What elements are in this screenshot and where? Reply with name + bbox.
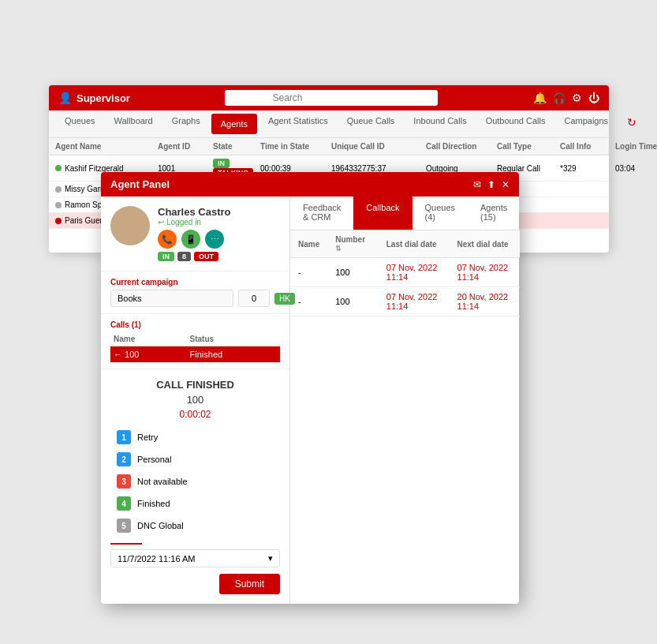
count-badge: 8 xyxy=(177,252,191,261)
agent-id: 1001 xyxy=(158,164,213,173)
tab-wallboard[interactable]: Wallboard xyxy=(105,110,162,137)
headset-icon[interactable]: 🎧 xyxy=(553,92,566,104)
cb-next-dial: 20 Nov, 2022 11:14 xyxy=(450,287,521,316)
tab-callback[interactable]: Callback xyxy=(353,197,412,230)
campaign-input[interactable] xyxy=(110,290,233,307)
status-badges: IN 8 OUT xyxy=(158,252,230,261)
agent-panel: Agent Panel ✉ ⬆ ✕ Charles Castro xyxy=(101,172,519,604)
disposition-item-1[interactable]: 1 Retry xyxy=(110,426,280,448)
disp-label-5: DNC Global xyxy=(137,521,184,530)
svg-point-1 xyxy=(120,229,140,242)
col-login-time: Login Time xyxy=(615,142,657,151)
cb-number: 100 xyxy=(327,287,379,316)
agents-table-header: Agent Name Agent ID State Time in State … xyxy=(49,138,609,155)
disp-num-5: 5 xyxy=(117,519,131,533)
col-call-id: Unique Call ID xyxy=(331,142,426,151)
tab-feedback-crm[interactable]: Feedback & CRM xyxy=(290,197,353,230)
disposition-item-3[interactable]: 3 Not available xyxy=(110,470,280,492)
call-number: 100 xyxy=(110,394,280,406)
calls-table: Name Status ← 100 Finished xyxy=(110,332,280,362)
date-selector[interactable]: 11/7/2022 11:16 AM ▾ xyxy=(110,549,280,567)
calls-section: Calls (1) Name Status ← 100 Finished xyxy=(101,314,289,369)
tab-agents[interactable]: Agents xyxy=(211,114,257,134)
settings-icon[interactable]: ⚙ xyxy=(572,92,582,104)
tab-inbound-calls[interactable]: Inbound Calls xyxy=(404,110,476,137)
right-panel: Feedback & CRM Callback Queues (4) Agent… xyxy=(290,197,520,604)
tab-queues[interactable]: Queues (4) xyxy=(412,197,468,230)
call-row[interactable]: ← 100 Finished xyxy=(110,346,280,363)
agent-panel-header: Agent Panel ✉ ⬆ ✕ xyxy=(101,172,519,197)
power-icon[interactable]: ⏻ xyxy=(588,92,599,104)
disp-label-3: Not available xyxy=(137,477,188,486)
col-time-in-state: Time in State xyxy=(260,142,331,151)
more-button[interactable]: ⋯ xyxy=(205,230,224,249)
phone-in-button[interactable]: 📱 xyxy=(181,230,200,249)
phone-out-button[interactable]: 📞 xyxy=(158,230,177,249)
tab-outbound-calls[interactable]: Outbound Calls xyxy=(476,110,555,137)
col-direction: Call Direction xyxy=(426,142,497,151)
agent-name: Charles Castro xyxy=(158,206,230,218)
disp-label-1: Retry xyxy=(137,432,158,442)
campaign-label: Current campaign xyxy=(110,278,280,286)
disposition-item-4[interactable]: 4 Finished xyxy=(110,492,280,515)
submit-button[interactable]: Submit xyxy=(219,574,280,594)
chevron-down-icon: ▾ xyxy=(268,553,273,564)
close-icon[interactable]: ✕ xyxy=(502,179,510,190)
call-status: Finished xyxy=(187,346,280,363)
disp-num-2: 2 xyxy=(117,452,131,466)
callback-row[interactable]: - 100 07 Nov, 2022 11:14 20 Nov, 2022 11… xyxy=(290,287,520,316)
tab-agents[interactable]: Agents (15) xyxy=(468,197,520,230)
call-duration: 0:00:02 xyxy=(110,409,280,420)
cb-number: 100 xyxy=(327,258,379,287)
queue-input[interactable] xyxy=(238,290,270,307)
tab-queue-calls[interactable]: Queue Calls xyxy=(338,110,405,137)
state-in-badge: IN xyxy=(213,159,230,168)
logged-in-status: ↩ Logged in xyxy=(158,218,230,227)
agent-name-cell: Kashif Fitzgerald xyxy=(55,164,158,173)
search-input[interactable] xyxy=(225,90,438,106)
col-state: State xyxy=(213,142,260,151)
agent-status-dot xyxy=(55,186,62,193)
nav-tabs: Queues Wallboard Graphs Agents Agent Sta… xyxy=(49,110,609,138)
bell-icon[interactable]: 🔔 xyxy=(533,92,547,104)
tab-campaigns[interactable]: Campaigns xyxy=(554,110,618,137)
login-time: 03:04 xyxy=(615,164,657,173)
calls-col-status: Status xyxy=(187,332,280,346)
cb-col-name: Name xyxy=(290,230,327,258)
time-in-state: 00:00:39 xyxy=(260,164,331,173)
disposition-item-2[interactable]: 2 Personal xyxy=(110,448,280,470)
cb-col-number: Number ⇅ xyxy=(327,230,379,258)
cb-name: - xyxy=(290,287,327,316)
email-icon[interactable]: ✉ xyxy=(473,179,481,190)
tab-graphs[interactable]: Graphs xyxy=(162,110,210,137)
disp-label-4: Finished xyxy=(137,499,170,508)
callback-row[interactable]: - 100 07 Nov, 2022 11:14 07 Nov, 2022 11… xyxy=(290,258,520,287)
cb-last-dial: 07 Nov, 2022 11:14 xyxy=(379,287,450,316)
tab-queues[interactable]: Queues xyxy=(55,110,105,137)
campaign-row: HK xyxy=(110,290,280,307)
supervisor-title-text: Supervisor xyxy=(77,92,130,104)
current-campaign-section: Current campaign HK xyxy=(101,271,289,314)
col-call-type: Call Type xyxy=(497,142,560,151)
disp-num-3: 3 xyxy=(117,474,131,489)
export-icon[interactable]: ⬆ xyxy=(487,179,495,190)
disp-label-2: Personal xyxy=(137,455,171,464)
callback-table: Name Number ⇅ Last dial date Next dial d… xyxy=(290,230,520,316)
agent-details: Charles Castro ↩ Logged in 📞 📱 ⋯ IN 8 OU… xyxy=(158,206,230,261)
left-panel: Charles Castro ↩ Logged in 📞 📱 ⋯ IN 8 OU… xyxy=(101,197,290,604)
tab-agent-statistics[interactable]: Agent Statistics xyxy=(259,110,338,137)
disposition-item-5[interactable]: 5 DNC Global xyxy=(110,515,280,537)
calls-label: Calls (1) xyxy=(110,320,280,329)
user-icon: 👤 xyxy=(58,92,72,104)
call-type: Regular Call xyxy=(497,164,560,173)
col-call-info: Call Info xyxy=(560,142,615,151)
col-agent-name: Agent Name xyxy=(55,142,158,151)
agent-status-dot xyxy=(55,165,62,171)
refresh-icon[interactable]: ↻ xyxy=(618,110,646,137)
agent-panel-title: Agent Panel xyxy=(110,178,170,190)
cb-name: - xyxy=(290,258,327,287)
call-id: 1964332775:37 xyxy=(331,164,426,173)
call-name: ← 100 xyxy=(110,346,187,363)
agent-name-text: Kashif Fitzgerald xyxy=(65,164,123,173)
svg-point-0 xyxy=(124,215,136,227)
